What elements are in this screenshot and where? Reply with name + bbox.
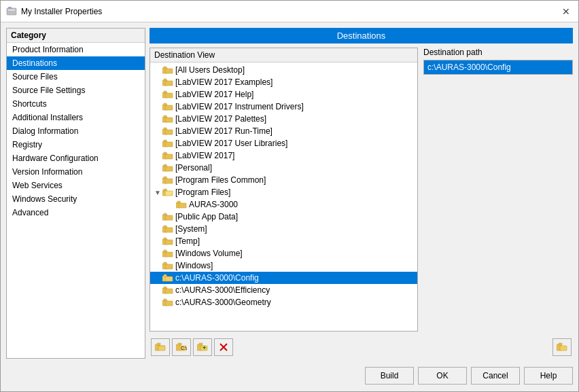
tree-item-all-users-desktop[interactable]: [All Users Desktop] bbox=[150, 64, 417, 76]
tree-item-windows[interactable]: [Windows] bbox=[150, 260, 417, 272]
cancel-button[interactable]: Cancel bbox=[471, 367, 520, 385]
svg-rect-35 bbox=[165, 191, 173, 196]
toolbar-add-button[interactable]: + bbox=[193, 338, 212, 356]
category-item-hardware-configuration[interactable]: Hardware Configuration bbox=[7, 152, 145, 165]
svg-rect-55 bbox=[164, 274, 166, 277]
tree-item-label: [LabVIEW 2017 Instrument Drivers] bbox=[175, 102, 304, 111]
tree-toolbar-left: C:\ + bbox=[151, 338, 233, 356]
dest-path-label: Destination path bbox=[423, 48, 573, 57]
tree-item-label: [Program Files] bbox=[175, 188, 230, 197]
tree-item-windows-volume[interactable]: [Windows Volume] bbox=[150, 247, 417, 260]
svg-rect-7 bbox=[164, 79, 166, 81]
svg-rect-14 bbox=[165, 105, 173, 110]
toolbar-open-folder-button[interactable] bbox=[151, 338, 170, 356]
category-item-destinations[interactable]: Destinations bbox=[7, 56, 145, 70]
tree-item-program-files-common[interactable]: [Program Files Common] bbox=[150, 174, 417, 186]
main-content: Category Product InformationDestinations… bbox=[6, 28, 573, 359]
tree-item-public-app-data[interactable]: [Public App Data] bbox=[150, 211, 417, 223]
tree-item-auras-3000[interactable]: AURAS-3000 bbox=[150, 198, 417, 211]
svg-rect-40 bbox=[164, 213, 166, 215]
category-item-dialog-information[interactable]: Dialog Information bbox=[7, 124, 145, 138]
tree-item-label: [Program Files Common] bbox=[175, 175, 266, 185]
toolbar-new-path-button[interactable]: C:\ bbox=[172, 338, 191, 356]
tree-items: [All Users Desktop] [LabVIEW 2017 Exampl… bbox=[150, 63, 417, 331]
category-item-shortcuts[interactable]: Shortcuts bbox=[7, 97, 145, 111]
svg-rect-64 bbox=[157, 343, 160, 345]
category-list: Product InformationDestinationsSource Fi… bbox=[7, 43, 145, 219]
svg-rect-11 bbox=[165, 93, 173, 98]
browse-folder-icon bbox=[557, 342, 567, 352]
close-button[interactable]: ✕ bbox=[559, 5, 573, 18]
svg-rect-78 bbox=[559, 343, 562, 345]
svg-rect-49 bbox=[164, 250, 166, 252]
svg-rect-4 bbox=[164, 67, 166, 69]
tree-item-labview-2017[interactable]: [LabVIEW 2017] bbox=[150, 149, 417, 162]
svg-rect-10 bbox=[164, 91, 166, 93]
svg-rect-34 bbox=[164, 189, 166, 191]
ok-button[interactable]: OK bbox=[418, 367, 467, 385]
tree-item-label: [LabVIEW 2017 Run-Time] bbox=[175, 126, 273, 136]
category-item-advanced[interactable]: Advanced bbox=[7, 206, 145, 219]
svg-rect-32 bbox=[165, 179, 173, 183]
title-bar-left: My Installer Properties bbox=[6, 6, 102, 17]
tree-item-c-auras-3000-config[interactable]: c:\AURAS-3000\Config bbox=[150, 272, 417, 284]
svg-rect-1 bbox=[8, 7, 12, 9]
tree-item-labview-2017-examples[interactable]: [LabVIEW 2017 Examples] bbox=[150, 76, 417, 88]
content-header: Destinations bbox=[150, 28, 573, 43]
toolbar-browse-button[interactable] bbox=[552, 338, 572, 356]
tree-item-program-files[interactable]: ▼ [Program Files] bbox=[150, 186, 417, 198]
svg-rect-41 bbox=[165, 215, 173, 220]
open-folder-icon bbox=[155, 342, 166, 352]
tree-item-labview-2017-instrument-drivers[interactable]: [LabVIEW 2017 Instrument Drivers] bbox=[150, 101, 417, 113]
tree-item-labview-2017-palettes[interactable]: [LabVIEW 2017 Palettes] bbox=[150, 113, 417, 125]
svg-text:+: + bbox=[203, 344, 206, 351]
svg-rect-26 bbox=[165, 154, 173, 159]
category-item-registry[interactable]: Registry bbox=[7, 138, 145, 152]
add-folder-icon: + bbox=[197, 342, 208, 352]
category-item-windows-security[interactable]: Windows Security bbox=[7, 192, 145, 206]
svg-rect-56 bbox=[165, 277, 173, 281]
tree-item-personal[interactable]: [Personal] bbox=[150, 162, 417, 174]
tree-item-labview-2017-run-time[interactable]: [LabVIEW 2017 Run-Time] bbox=[150, 125, 417, 137]
svg-rect-58 bbox=[164, 287, 166, 289]
svg-rect-23 bbox=[165, 142, 173, 147]
category-item-source-file-settings[interactable]: Source File Settings bbox=[7, 84, 145, 97]
dest-path-panel: Destination path bbox=[423, 48, 573, 332]
category-item-product-info[interactable]: Product Information bbox=[7, 43, 145, 56]
tree-item-system[interactable]: [System] bbox=[150, 223, 417, 235]
category-item-source-files[interactable]: Source Files bbox=[7, 70, 145, 84]
svg-rect-0 bbox=[7, 8, 16, 15]
category-item-web-services[interactable]: Web Services bbox=[7, 179, 145, 192]
toolbar-delete-button[interactable] bbox=[214, 338, 233, 356]
build-button[interactable]: Build bbox=[365, 367, 414, 385]
new-path-icon: C:\ bbox=[176, 342, 187, 352]
content-panel: Destinations Destination View [All Users… bbox=[150, 28, 573, 359]
tree-item-labview-2017-user-libraries[interactable]: [LabVIEW 2017 User Libraries] bbox=[150, 137, 417, 149]
svg-text:C:\: C:\ bbox=[181, 346, 187, 351]
svg-rect-47 bbox=[165, 240, 173, 245]
tree-item-labview-2017-help[interactable]: [LabVIEW 2017 Help] bbox=[150, 88, 417, 101]
help-button[interactable]: Help bbox=[524, 367, 573, 385]
tree-item-c-auras-3000-efficiency[interactable]: c:\AURAS-3000\Efficiency bbox=[150, 284, 417, 296]
tree-item-label: c:\AURAS-3000\Config bbox=[175, 273, 259, 283]
svg-rect-53 bbox=[165, 264, 173, 269]
svg-rect-79 bbox=[560, 346, 567, 351]
tree-item-label: [LabVIEW 2017 Examples] bbox=[175, 77, 273, 87]
svg-rect-38 bbox=[179, 203, 186, 208]
svg-rect-46 bbox=[164, 238, 166, 240]
category-item-additional-installers[interactable]: Additional Installers bbox=[7, 111, 145, 124]
svg-rect-62 bbox=[165, 301, 173, 306]
svg-rect-17 bbox=[165, 118, 173, 122]
tree-item-label: [LabVIEW 2017 Help] bbox=[175, 90, 253, 99]
svg-rect-19 bbox=[164, 128, 166, 130]
svg-rect-22 bbox=[164, 140, 166, 142]
category-item-version-information[interactable]: Version Information bbox=[7, 165, 145, 179]
category-header: Category bbox=[7, 29, 145, 43]
svg-rect-13 bbox=[164, 103, 166, 105]
tree-item-c-auras-3000-geometry[interactable]: c:\AURAS-3000\Geometry bbox=[150, 296, 417, 308]
tree-item-temp[interactable]: [Temp] bbox=[150, 235, 417, 247]
dest-path-input[interactable] bbox=[423, 60, 573, 75]
svg-rect-50 bbox=[165, 252, 173, 257]
tree-toolbar: C:\ + bbox=[150, 336, 573, 359]
svg-rect-8 bbox=[165, 81, 173, 86]
